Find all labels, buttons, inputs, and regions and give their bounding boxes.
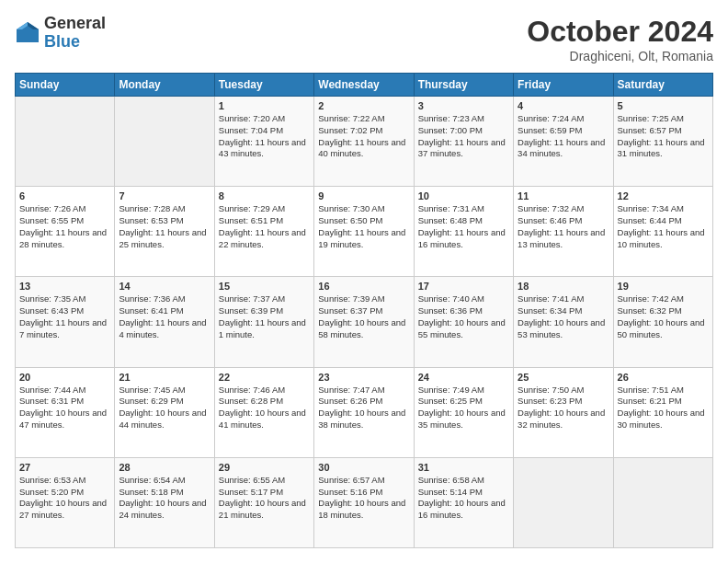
day-number: 1 (219, 100, 310, 111)
day-number: 5 (618, 100, 709, 111)
day-info: Sunrise: 7:42 AM Sunset: 6:32 PM Dayligh… (618, 293, 709, 340)
day-header-tuesday: Tuesday (214, 74, 313, 97)
week-row-2: 6Sunrise: 7:26 AM Sunset: 6:55 PM Daylig… (16, 187, 713, 277)
day-cell (613, 457, 712, 547)
day-header-wednesday: Wednesday (314, 74, 414, 97)
week-row-3: 13Sunrise: 7:35 AM Sunset: 6:43 PM Dayli… (16, 277, 713, 367)
day-number: 8 (219, 190, 310, 201)
day-info: Sunrise: 7:22 AM Sunset: 7:02 PM Dayligh… (318, 113, 409, 160)
title-block: October 2024 Draghiceni, Olt, Romania (527, 15, 713, 63)
day-info: Sunrise: 7:35 AM Sunset: 6:43 PM Dayligh… (19, 293, 110, 340)
day-info: Sunrise: 7:34 AM Sunset: 6:44 PM Dayligh… (618, 203, 709, 250)
location: Draghiceni, Olt, Romania (527, 49, 713, 63)
day-number: 2 (318, 100, 409, 111)
day-info: Sunrise: 7:24 AM Sunset: 6:59 PM Dayligh… (518, 113, 609, 160)
day-number: 25 (518, 372, 609, 383)
day-info: Sunrise: 7:32 AM Sunset: 6:46 PM Dayligh… (518, 203, 609, 250)
day-cell: 12Sunrise: 7:34 AM Sunset: 6:44 PM Dayli… (613, 187, 712, 277)
day-cell: 23Sunrise: 7:47 AM Sunset: 6:26 PM Dayli… (314, 367, 414, 457)
header-row: SundayMondayTuesdayWednesdayThursdayFrid… (16, 74, 713, 97)
logo-general: General (44, 15, 106, 33)
day-number: 23 (318, 372, 409, 383)
day-number: 18 (518, 281, 609, 292)
day-number: 24 (418, 372, 509, 383)
day-info: Sunrise: 6:58 AM Sunset: 5:14 PM Dayligh… (418, 475, 509, 522)
day-cell: 30Sunrise: 6:57 AM Sunset: 5:16 PM Dayli… (314, 457, 414, 547)
day-cell: 26Sunrise: 7:51 AM Sunset: 6:21 PM Dayli… (613, 367, 712, 457)
day-info: Sunrise: 7:49 AM Sunset: 6:25 PM Dayligh… (418, 385, 509, 431)
day-number: 29 (219, 462, 310, 473)
day-cell: 22Sunrise: 7:46 AM Sunset: 6:28 PM Dayli… (214, 367, 313, 457)
day-cell (514, 457, 613, 547)
day-number: 19 (618, 281, 709, 292)
day-number: 30 (318, 462, 409, 473)
day-cell: 20Sunrise: 7:44 AM Sunset: 6:31 PM Dayli… (16, 367, 115, 457)
day-number: 6 (19, 190, 110, 201)
day-header-monday: Monday (115, 74, 214, 97)
day-cell: 21Sunrise: 7:45 AM Sunset: 6:29 PM Dayli… (115, 367, 214, 457)
day-cell: 25Sunrise: 7:50 AM Sunset: 6:23 PM Dayli… (514, 367, 613, 457)
day-info: Sunrise: 7:37 AM Sunset: 6:39 PM Dayligh… (219, 293, 310, 340)
day-number: 21 (119, 372, 210, 383)
day-info: Sunrise: 7:31 AM Sunset: 6:48 PM Dayligh… (418, 203, 509, 250)
day-number: 16 (318, 281, 409, 292)
day-cell: 27Sunrise: 6:53 AM Sunset: 5:20 PM Dayli… (16, 457, 115, 547)
day-header-friday: Friday (514, 74, 613, 97)
day-header-saturday: Saturday (613, 74, 712, 97)
logo-text: General Blue (44, 15, 106, 52)
day-info: Sunrise: 7:47 AM Sunset: 6:26 PM Dayligh… (318, 385, 409, 431)
day-cell: 7Sunrise: 7:28 AM Sunset: 6:53 PM Daylig… (115, 187, 214, 277)
day-number: 14 (119, 281, 210, 292)
day-number: 22 (219, 372, 310, 383)
day-number: 28 (119, 462, 210, 473)
day-info: Sunrise: 7:30 AM Sunset: 6:50 PM Dayligh… (318, 203, 409, 250)
day-info: Sunrise: 7:39 AM Sunset: 6:37 PM Dayligh… (318, 293, 409, 340)
day-cell: 8Sunrise: 7:29 AM Sunset: 6:51 PM Daylig… (214, 187, 313, 277)
day-number: 3 (418, 100, 509, 111)
day-number: 9 (318, 190, 409, 201)
day-info: Sunrise: 7:44 AM Sunset: 6:31 PM Dayligh… (19, 385, 110, 431)
day-info: Sunrise: 7:29 AM Sunset: 6:51 PM Dayligh… (219, 203, 310, 250)
day-info: Sunrise: 6:53 AM Sunset: 5:20 PM Dayligh… (19, 475, 110, 522)
day-number: 4 (518, 100, 609, 111)
day-number: 12 (618, 190, 709, 201)
day-number: 10 (418, 190, 509, 201)
day-cell: 1Sunrise: 7:20 AM Sunset: 7:04 PM Daylig… (214, 97, 313, 187)
day-cell: 14Sunrise: 7:36 AM Sunset: 6:41 PM Dayli… (115, 277, 214, 367)
day-cell: 6Sunrise: 7:26 AM Sunset: 6:55 PM Daylig… (16, 187, 115, 277)
day-number: 27 (19, 462, 110, 473)
month-title: October 2024 (527, 15, 713, 49)
calendar-table: SundayMondayTuesdayWednesdayThursdayFrid… (15, 73, 713, 548)
day-header-thursday: Thursday (414, 74, 513, 97)
day-info: Sunrise: 6:55 AM Sunset: 5:17 PM Dayligh… (219, 475, 310, 522)
logo-blue: Blue (44, 33, 106, 52)
day-number: 11 (518, 190, 609, 201)
day-info: Sunrise: 7:50 AM Sunset: 6:23 PM Dayligh… (518, 385, 609, 431)
day-cell (115, 97, 214, 187)
page: General Blue October 2024 Draghiceni, Ol… (0, 0, 728, 563)
day-info: Sunrise: 7:26 AM Sunset: 6:55 PM Dayligh… (19, 203, 110, 250)
day-number: 15 (219, 281, 310, 292)
day-info: Sunrise: 7:40 AM Sunset: 6:36 PM Dayligh… (418, 293, 509, 340)
day-info: Sunrise: 7:41 AM Sunset: 6:34 PM Dayligh… (518, 293, 609, 340)
day-cell: 28Sunrise: 6:54 AM Sunset: 5:18 PM Dayli… (115, 457, 214, 547)
day-cell: 16Sunrise: 7:39 AM Sunset: 6:37 PM Dayli… (314, 277, 414, 367)
logo-icon (15, 20, 40, 46)
day-cell: 19Sunrise: 7:42 AM Sunset: 6:32 PM Dayli… (613, 277, 712, 367)
day-info: Sunrise: 7:46 AM Sunset: 6:28 PM Dayligh… (219, 385, 310, 431)
day-cell: 24Sunrise: 7:49 AM Sunset: 6:25 PM Dayli… (414, 367, 513, 457)
day-cell: 5Sunrise: 7:25 AM Sunset: 6:57 PM Daylig… (613, 97, 712, 187)
day-cell (16, 97, 115, 187)
week-row-5: 27Sunrise: 6:53 AM Sunset: 5:20 PM Dayli… (16, 457, 713, 547)
day-info: Sunrise: 7:23 AM Sunset: 7:00 PM Dayligh… (418, 113, 509, 160)
day-info: Sunrise: 7:25 AM Sunset: 6:57 PM Dayligh… (618, 113, 709, 160)
day-cell: 31Sunrise: 6:58 AM Sunset: 5:14 PM Dayli… (414, 457, 513, 547)
day-number: 31 (418, 462, 509, 473)
week-row-1: 1Sunrise: 7:20 AM Sunset: 7:04 PM Daylig… (16, 97, 713, 187)
day-number: 17 (418, 281, 509, 292)
day-number: 7 (119, 190, 210, 201)
day-cell: 15Sunrise: 7:37 AM Sunset: 6:39 PM Dayli… (214, 277, 313, 367)
day-info: Sunrise: 7:36 AM Sunset: 6:41 PM Dayligh… (119, 293, 210, 340)
day-cell: 4Sunrise: 7:24 AM Sunset: 6:59 PM Daylig… (514, 97, 613, 187)
day-cell: 18Sunrise: 7:41 AM Sunset: 6:34 PM Dayli… (514, 277, 613, 367)
